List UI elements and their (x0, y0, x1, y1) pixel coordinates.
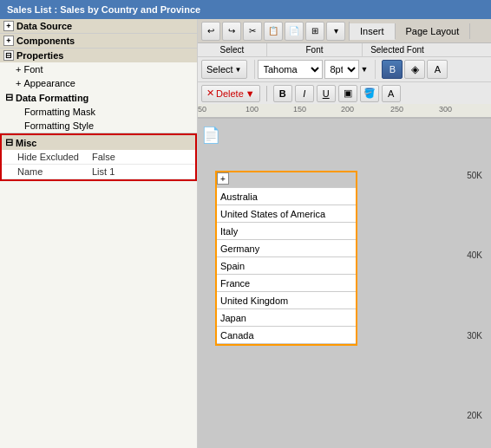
y-axis: 50K 40K 30K 20K 10K (467, 171, 482, 448)
components-header[interactable]: + Components (0, 34, 197, 48)
name-row: Name List 1 (2, 165, 195, 179)
page-layout-tab[interactable]: Page Layout (396, 23, 471, 39)
list-item: Canada (217, 327, 356, 344)
list-item: France (217, 275, 356, 292)
hide-excluded-value[interactable]: False (92, 152, 115, 162)
select-btn-label: Select (206, 64, 233, 75)
components-label: Components (16, 36, 75, 46)
list-header: + (217, 172, 356, 188)
paste-button[interactable]: 📄 (285, 22, 304, 41)
color-fill-button[interactable]: 🪣 (360, 85, 379, 102)
list-item: Japan (217, 309, 356, 327)
font-size-arrow: ▼ (361, 65, 369, 74)
insert-tab[interactable]: Insert (350, 23, 396, 40)
misc-section: ⊟ Misc Hide Excluded False Name List 1 (0, 133, 197, 181)
y-label-20k: 20K (467, 411, 482, 420)
sf-bold-button[interactable]: B (382, 60, 403, 79)
font-section-label: Font (267, 43, 363, 56)
ruler-mark-200: 200 (341, 105, 354, 114)
list-item: Germany (217, 240, 356, 257)
list-component[interactable]: + Australia United States of America Ita… (215, 171, 357, 346)
data-formatting-label: Data Formatting (16, 93, 88, 103)
hide-excluded-row: Hide Excluded False (2, 150, 195, 165)
font-label: Font (23, 64, 43, 75)
undo-button[interactable]: ↩ (201, 22, 220, 41)
y-label-50k: 50K (467, 171, 482, 180)
format-button[interactable]: ⊞ (305, 22, 324, 41)
font-name-select[interactable]: Tahoma (258, 60, 323, 79)
appearance-expand-icon: + (16, 78, 21, 88)
sf-paint-button[interactable]: ◈ (404, 60, 425, 79)
list-item: Spain (217, 257, 356, 275)
extra-button[interactable]: ▾ (326, 22, 345, 41)
ruler-mark-300: 300 (439, 105, 452, 114)
formatting-mask-item[interactable]: Formatting Mask (0, 105, 197, 119)
hide-excluded-name: Hide Excluded (5, 152, 92, 162)
appearance-label: Appearance (23, 78, 75, 88)
left-panel: + Data Source + Components ⊟ Properties … (0, 19, 198, 448)
title-text: Sales List : Sales by Country and Provin… (7, 4, 200, 15)
delete-button[interactable]: ✕ Delete ▼ (201, 85, 260, 102)
font-size-select[interactable]: 8pt (324, 60, 359, 79)
font-expand-icon: + (16, 64, 21, 75)
list-handle[interactable]: + (217, 172, 229, 185)
components-expand-icon: + (3, 36, 14, 46)
misc-label: Misc (16, 138, 36, 148)
list-item: Australia (217, 188, 356, 205)
data-source-header[interactable]: + Data Source (0, 19, 197, 33)
page-icon: 📄 (201, 126, 220, 145)
ruler-mark-100: 100 (245, 105, 259, 114)
properties-label: Properties (16, 50, 63, 61)
underline-button[interactable]: U (317, 85, 336, 102)
list-item: United States of America (217, 205, 356, 223)
toolbar-area: ↩ ↪ ✂ 📋 📄 ⊞ ▾ Insert Page Layout Select … (198, 19, 491, 119)
list-item: United Kingdom (217, 292, 356, 309)
misc-header[interactable]: ⊟ Misc (2, 135, 195, 150)
y-label-30k: 30K (467, 331, 482, 341)
italic-button[interactable]: I (295, 85, 314, 102)
properties-section: ⊟ Properties + Font + Appearance ⊟ Data … (0, 49, 197, 133)
font-item[interactable]: + Font (0, 62, 197, 76)
title-bar: Sales List : Sales by Country and Provin… (0, 0, 491, 19)
delete-btn-label: Delete (216, 88, 244, 99)
data-source-label: Data Source (16, 21, 72, 31)
data-source-section: + Data Source (0, 19, 197, 34)
ruler-mark-250: 250 (390, 105, 403, 114)
ruler-mark-50: 50 (198, 105, 206, 114)
y-label-40k: 40K (467, 250, 482, 260)
data-source-expand-icon: + (3, 21, 14, 31)
formatting-style-item[interactable]: Formatting Style (0, 119, 197, 133)
ruler: 50 100 150 200 250 300 (198, 104, 491, 118)
components-section: + Components (0, 34, 197, 49)
right-panel: ↩ ↪ ✂ 📋 📄 ⊞ ▾ Insert Page Layout Select … (198, 19, 491, 448)
select-arrow: ▼ (235, 66, 242, 74)
list-item: Italy (217, 223, 356, 240)
copy-button[interactable]: 📋 (264, 22, 283, 41)
data-formatting-item[interactable]: ⊟ Data Formatting (0, 90, 197, 105)
cut-button[interactable]: ✂ (243, 22, 262, 41)
bold-button[interactable]: B (273, 85, 292, 102)
select-button[interactable]: Select ▼ (201, 60, 247, 79)
box-button[interactable]: ▣ (338, 85, 357, 102)
format-row: ✕ Delete ▼ B I U ▣ 🪣 A (198, 81, 491, 104)
text-color-button[interactable]: A (382, 85, 401, 102)
misc-expand-icon: ⊟ (5, 137, 13, 148)
redo-button[interactable]: ↪ (222, 22, 241, 41)
appearance-item[interactable]: + Appearance (0, 76, 197, 90)
canvas-area: 📄 + Australia United States of America I… (198, 119, 491, 448)
properties-header[interactable]: ⊟ Properties (0, 49, 197, 62)
ruler-mark-150: 150 (293, 105, 306, 114)
formatting-mask-label: Formatting Mask (24, 107, 95, 117)
data-formatting-expand-icon: ⊟ (5, 92, 13, 103)
name-prop-name: Name (5, 166, 92, 177)
delete-arrow: ▼ (245, 88, 255, 99)
sf-highlight-button[interactable]: A (427, 60, 448, 79)
select-section-label: Select (198, 43, 267, 56)
formatting-style-label: Formatting Style (24, 120, 94, 131)
name-prop-value[interactable]: List 1 (92, 166, 115, 177)
selected-font-section-label: Selected Font (363, 43, 432, 56)
properties-expand-icon: ⊟ (3, 50, 14, 61)
